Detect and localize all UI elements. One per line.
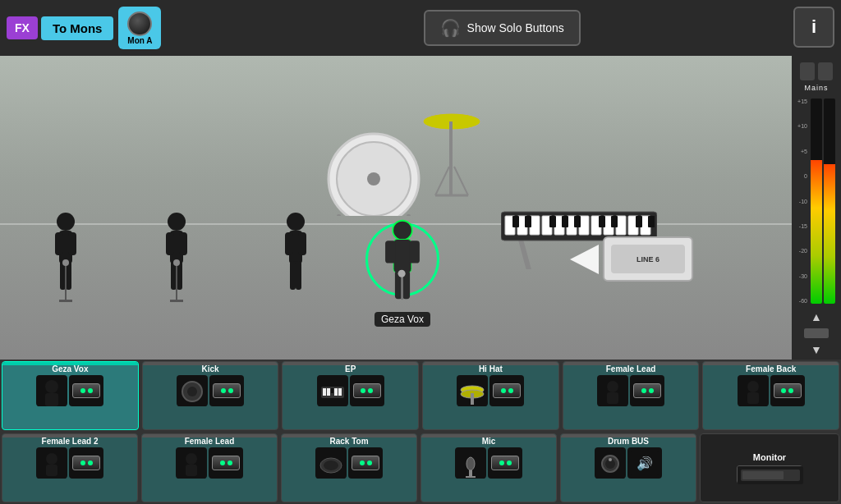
ep-dot-2 [368, 388, 373, 393]
flr2-dot-1 [220, 460, 225, 465]
fader-dot-1 [80, 388, 85, 393]
ep-fader[interactable] [350, 375, 384, 406]
mic-dot-2 [507, 460, 512, 465]
channel-bottom-rack-tom [283, 447, 415, 479]
geza-vox-figure[interactable]: Geza Vox [365, 218, 439, 309]
show-solo-button[interactable]: 🎧 Show Solo Buttons [424, 10, 581, 46]
mic-fader[interactable] [488, 447, 522, 479]
female-lead-fader-knob [633, 383, 661, 398]
svg-rect-63 [611, 216, 618, 227]
svg-rect-64 [636, 216, 642, 227]
scale-10minus: -10 [797, 199, 807, 204]
fader-handle[interactable] [804, 328, 829, 338]
channel-female-lead[interactable]: Female Lead [563, 361, 700, 430]
to-mons-button[interactable]: To Mons [41, 16, 114, 40]
female-lead-fader[interactable] [630, 375, 664, 406]
channel-geza-vox[interactable]: Geza Vox [2, 361, 139, 430]
ep-top-bar [283, 362, 418, 365]
svg-point-90 [46, 453, 57, 465]
channel-ep[interactable]: EP [282, 361, 419, 430]
fader-dot-2 [88, 388, 93, 393]
channel-kick[interactable]: Kick [142, 361, 279, 430]
svg-rect-30 [401, 274, 403, 300]
svg-point-97 [324, 460, 338, 470]
hihat-dot-1 [501, 388, 506, 393]
geza-vox-label: Geza Vox [375, 312, 430, 327]
svg-rect-65 [648, 216, 655, 227]
female-back-top-bar [703, 362, 839, 365]
svg-rect-26 [385, 241, 396, 263]
svg-point-16 [173, 259, 180, 266]
fl2-fader-knob [72, 456, 100, 470]
line6-cabinet: LINE 6 [603, 236, 693, 282]
channel-bottom-female-back [705, 375, 837, 406]
svg-rect-91 [46, 465, 57, 476]
channel-name-rack-tom: Rack Tom [283, 437, 415, 446]
info-button[interactable]: i [793, 7, 834, 48]
fader-up-arrow[interactable]: ▲ [811, 310, 822, 323]
svg-point-18 [287, 213, 305, 231]
channel-bottom-female-lead [565, 375, 697, 406]
svg-rect-78 [338, 388, 342, 396]
svg-point-0 [57, 213, 75, 231]
scale-15minus: -15 [797, 223, 807, 229]
vocalist-1-figure [49, 212, 82, 302]
headphones-icon: 🎧 [440, 18, 461, 38]
mon-a-knob-container[interactable]: Mon A [118, 7, 161, 49]
geza-vox-fader[interactable] [69, 375, 103, 406]
svg-rect-68 [45, 393, 58, 406]
channel-hihat[interactable]: Hi Hat [422, 361, 559, 430]
svg-rect-11 [166, 232, 174, 255]
channel-female-lead-2[interactable]: Female Lead 2 [2, 433, 138, 502]
mic-dot-1 [499, 460, 504, 465]
mic-thumb [455, 447, 486, 479]
channel-bottom-kick [145, 375, 277, 406]
female-lead-thumb [597, 375, 628, 406]
fader-down-arrow[interactable]: ▼ [811, 343, 822, 356]
ep-thumb [317, 375, 348, 406]
svg-rect-61 [574, 216, 581, 227]
svg-rect-6 [65, 263, 67, 300]
svg-point-84 [607, 381, 618, 392]
monitor-title: Monitor [753, 452, 786, 462]
fx-button[interactable]: FX [7, 16, 38, 39]
ep-dot-1 [361, 388, 365, 393]
kick-fader[interactable] [209, 375, 244, 406]
svg-rect-74 [323, 388, 326, 396]
fl2-fader[interactable] [69, 447, 103, 479]
monitor-device [737, 465, 802, 483]
svg-rect-3 [68, 232, 76, 255]
channel-rack-tom[interactable]: Rack Tom [281, 433, 417, 502]
svg-rect-108 [742, 471, 784, 479]
channel-name-female-lead-r2: Female Lead [144, 437, 275, 446]
svg-point-24 [393, 221, 412, 241]
rt-dot-2 [367, 460, 372, 465]
channel-drum-bus[interactable]: Drum BUS 🔊 [560, 433, 696, 502]
mon-a-knob[interactable] [127, 11, 152, 36]
channel-name-geza-vox: Geza Vox [4, 364, 136, 373]
flr2-fader[interactable] [209, 447, 243, 479]
hihat-fader[interactable] [489, 375, 524, 406]
speaker-left-icon [800, 62, 815, 80]
drum-bus-top-bar [561, 434, 696, 438]
svg-rect-35 [337, 214, 341, 216]
rack-tom-fader-knob [352, 456, 379, 470]
female-back-fader[interactable] [770, 375, 805, 406]
rack-tom-fader[interactable] [348, 447, 383, 479]
channel-mic[interactable]: Mic [420, 433, 557, 502]
svg-rect-17 [170, 300, 183, 302]
bass-drum [320, 126, 427, 219]
scale-30minus: -30 [797, 273, 807, 279]
channel-female-lead-r2[interactable]: Female Lead [141, 433, 278, 502]
vocalist-2-figure [160, 212, 193, 302]
svg-rect-60 [562, 216, 568, 227]
svg-rect-22 [290, 261, 296, 290]
svg-rect-38 [449, 121, 453, 195]
channel-female-back[interactable]: Female Back [702, 361, 839, 430]
channel-name-drum-bus: Drum BUS [563, 437, 694, 446]
drum-bus-fader[interactable]: 🔊 [627, 447, 662, 479]
meter-fill-left [811, 160, 822, 304]
fl2-top-bar [2, 434, 137, 438]
hihat-top-bar [423, 362, 558, 365]
svg-rect-101 [466, 476, 476, 478]
